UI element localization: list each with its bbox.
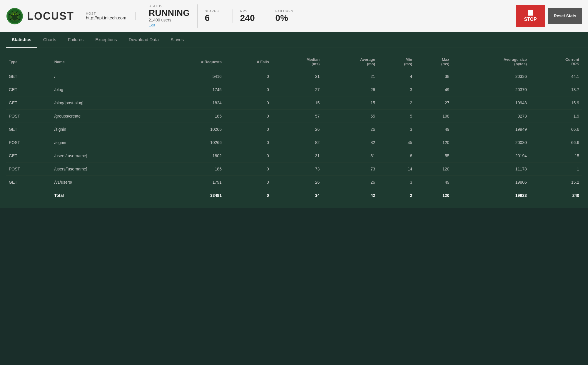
- statistics-table: Type Name # Requests # Fails Median(ms) …: [6, 54, 582, 202]
- stop-icon: [528, 10, 533, 16]
- cell-current-rps: 1.9: [530, 110, 582, 123]
- cell-min: 4: [378, 70, 415, 83]
- cell-min: 14: [378, 163, 415, 176]
- slaves-value: 6: [205, 13, 225, 23]
- cell-max: 120: [415, 163, 452, 176]
- cell-max: 27: [415, 96, 452, 110]
- cell-requests: 1824: [155, 96, 225, 110]
- cell-requests: 1802: [155, 149, 225, 163]
- users-value: 21400 users: [149, 18, 190, 22]
- host-value: http://api.initech.com: [86, 15, 126, 20]
- cell-max: 55: [415, 149, 452, 163]
- host-section: HOST http://api.initech.com: [86, 12, 136, 20]
- nav-tabs: Statistics Charts Failures Exceptions Do…: [0, 32, 588, 48]
- cell-avg-size: 3273: [452, 110, 529, 123]
- cell-average: 26: [323, 176, 378, 189]
- logo-icon: [6, 7, 24, 25]
- slaves-section: SLAVES 6: [198, 9, 233, 23]
- cell-max: 49: [415, 123, 452, 136]
- col-type: Type: [6, 54, 51, 70]
- logo-text: LOCUST: [27, 10, 74, 22]
- cell-median: 21: [272, 70, 323, 83]
- stop-button[interactable]: STOP: [516, 5, 545, 27]
- cell-type: GET: [6, 96, 51, 110]
- cell-name: /users/[username]: [51, 149, 155, 163]
- cell-fails: 0: [225, 176, 272, 189]
- status-value: RUNNING: [149, 8, 190, 18]
- edit-link[interactable]: Edit: [149, 23, 155, 27]
- cell-avg-size: 19806: [452, 176, 529, 189]
- totals-type: [6, 189, 51, 202]
- cell-current-rps: 44.1: [530, 70, 582, 83]
- cell-current-rps: 15.2: [530, 176, 582, 189]
- cell-current-rps: 13.7: [530, 83, 582, 96]
- cell-max: 49: [415, 83, 452, 96]
- cell-type: GET: [6, 176, 51, 189]
- totals-average: 42: [323, 189, 378, 202]
- totals-median: 34: [272, 189, 323, 202]
- cell-name: /: [51, 70, 155, 83]
- cell-requests: 186: [155, 163, 225, 176]
- table-row: POST /signin 10266 0 82 82 45 120 20030 …: [6, 136, 582, 149]
- table-row: GET / 5416 0 21 21 4 38 20336 44.1: [6, 70, 582, 83]
- cell-requests: 5416: [155, 70, 225, 83]
- cell-max: 38: [415, 70, 452, 83]
- tab-exceptions[interactable]: Exceptions: [89, 32, 123, 48]
- col-max: Max(ms): [415, 54, 452, 70]
- cell-average: 55: [323, 110, 378, 123]
- tab-statistics[interactable]: Statistics: [6, 32, 37, 48]
- cell-requests: 185: [155, 110, 225, 123]
- rps-value: 240: [240, 13, 260, 23]
- cell-type: GET: [6, 70, 51, 83]
- totals-min: 2: [378, 189, 415, 202]
- cell-average: 82: [323, 136, 378, 149]
- col-fails: # Fails: [225, 54, 272, 70]
- totals-label: Total: [51, 189, 155, 202]
- totals-current-rps: 240: [530, 189, 582, 202]
- table-row: GET /users/[username] 1802 0 31 31 6 55 …: [6, 149, 582, 163]
- header-actions: STOP Reset Stats: [516, 5, 582, 27]
- reset-stats-button[interactable]: Reset Stats: [548, 8, 582, 24]
- cell-average: 21: [323, 70, 378, 83]
- rps-label: RPS: [240, 9, 260, 13]
- cell-max: 49: [415, 176, 452, 189]
- cell-avg-size: 20370: [452, 83, 529, 96]
- tab-failures[interactable]: Failures: [62, 32, 89, 48]
- cell-median: 73: [272, 163, 323, 176]
- cell-average: 15: [323, 96, 378, 110]
- cell-average: 31: [323, 149, 378, 163]
- cell-avg-size: 19949: [452, 123, 529, 136]
- cell-type: POST: [6, 136, 51, 149]
- tab-charts[interactable]: Charts: [37, 32, 62, 48]
- cell-average: 26: [323, 83, 378, 96]
- cell-min: 3: [378, 123, 415, 136]
- status-label: STATUS: [149, 4, 190, 8]
- svg-point-12: [13, 14, 14, 15]
- cell-fails: 0: [225, 110, 272, 123]
- totals-avg-size: 19923: [452, 189, 529, 202]
- cell-min: 3: [378, 176, 415, 189]
- table-body: GET / 5416 0 21 21 4 38 20336 44.1 GET /…: [6, 70, 582, 189]
- tab-slaves[interactable]: Slaves: [165, 32, 190, 48]
- cell-fails: 0: [225, 136, 272, 149]
- cell-requests: 1791: [155, 176, 225, 189]
- cell-current-rps: 1: [530, 163, 582, 176]
- tab-download-data[interactable]: Download Data: [123, 32, 165, 48]
- cell-fails: 0: [225, 123, 272, 136]
- table-header-row: Type Name # Requests # Fails Median(ms) …: [6, 54, 582, 70]
- cell-name: /users/[username]: [51, 163, 155, 176]
- statistics-table-container: Type Name # Requests # Fails Median(ms) …: [0, 48, 588, 208]
- cell-current-rps: 15: [530, 149, 582, 163]
- cell-type: POST: [6, 163, 51, 176]
- cell-fails: 0: [225, 83, 272, 96]
- totals-fails: 0: [225, 189, 272, 202]
- col-avg-size: Average size(bytes): [452, 54, 529, 70]
- cell-type: GET: [6, 123, 51, 136]
- cell-type: GET: [6, 149, 51, 163]
- cell-median: 15: [272, 96, 323, 110]
- failures-value: 0%: [275, 13, 296, 23]
- totals-row: Total 33481 0 34 42 2 120 19923 240: [6, 189, 582, 202]
- col-average: Average(ms): [323, 54, 378, 70]
- cell-type: POST: [6, 110, 51, 123]
- reset-label: Reset Stats: [554, 14, 576, 18]
